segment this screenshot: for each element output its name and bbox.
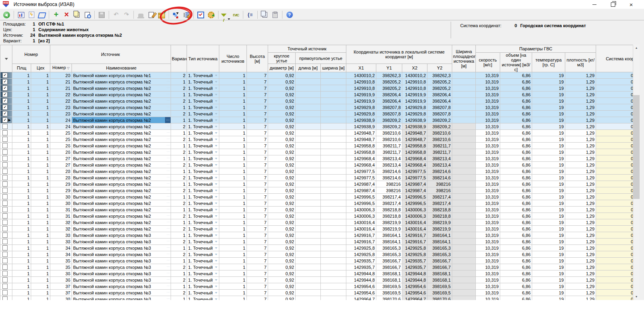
scroll-up-arrow[interactable]: ▲ bbox=[633, 45, 640, 51]
cell-width[interactable] bbox=[321, 111, 346, 117]
cell-volume[interactable]: 6,86 bbox=[500, 226, 532, 232]
cell-name[interactable]: Вытяжной камин корпуса откорма №3 bbox=[72, 270, 171, 277]
row-selector-cell[interactable] bbox=[0, 194, 12, 200]
cell-length[interactable] bbox=[296, 72, 321, 79]
cell-y1[interactable]: 398170,6 bbox=[376, 296, 402, 300]
table-row[interactable]: 1137Вытяжной камин корпуса откорма №311.… bbox=[0, 283, 633, 290]
cell-width[interactable] bbox=[321, 136, 346, 143]
cell-count[interactable]: 1 bbox=[219, 296, 247, 300]
cell-num[interactable]: 29 bbox=[50, 181, 72, 187]
cell-num[interactable]: 28 bbox=[50, 175, 72, 181]
cell-y1[interactable]: 398210,6 bbox=[376, 136, 402, 143]
cell-area-width[interactable] bbox=[452, 200, 476, 207]
cell-y2[interactable]: 398209,2 bbox=[427, 123, 452, 130]
cell-area-width[interactable] bbox=[452, 130, 476, 136]
cell-variant[interactable]: 2 bbox=[171, 72, 187, 79]
cell-y2[interactable]: 398165,3 bbox=[427, 251, 452, 258]
header-gvs-group[interactable]: Параметры ГВС bbox=[476, 45, 596, 53]
cell-x1[interactable]: 1429935,7 bbox=[346, 264, 376, 270]
cell-temp[interactable]: 19 bbox=[532, 264, 565, 270]
cell-name[interactable]: Вытяжной камин корпуса откорма №3 bbox=[72, 232, 171, 239]
row-selector-cell[interactable] bbox=[0, 290, 12, 296]
check-button[interactable] bbox=[196, 10, 206, 20]
table-row[interactable]: ✓1122Вытяжной камин корпуса откорма №211… bbox=[0, 91, 633, 98]
row-checkbox[interactable] bbox=[2, 290, 8, 295]
cell-length[interactable] bbox=[296, 162, 321, 168]
cell-density[interactable]: 1,29 bbox=[565, 258, 596, 264]
row-checkbox[interactable] bbox=[2, 252, 8, 257]
cell-area-width[interactable] bbox=[452, 264, 476, 270]
cell-ceh[interactable]: 1 bbox=[31, 245, 50, 251]
cell-variant[interactable]: 2 bbox=[171, 85, 187, 91]
cell-ceh[interactable]: 1 bbox=[31, 187, 50, 194]
cell-diameter[interactable]: 0,92 bbox=[268, 194, 296, 200]
cell-count[interactable]: 1 bbox=[219, 226, 247, 232]
cell-x2[interactable]: 1430006,3 bbox=[402, 213, 427, 219]
cell-num[interactable]: 20 bbox=[50, 72, 72, 79]
cell-name[interactable]: Вытяжной камин корпуса откорма №3 bbox=[72, 245, 171, 251]
row-checkbox[interactable] bbox=[2, 181, 8, 187]
cell-y2[interactable]: 398211,7 bbox=[427, 149, 452, 155]
cell-x1[interactable]: 1429968,4 bbox=[346, 155, 376, 162]
cell-area-width[interactable] bbox=[452, 162, 476, 168]
cell-plsch[interactable]: 1 bbox=[12, 219, 31, 226]
cell-temp[interactable]: 19 bbox=[532, 245, 565, 251]
cell-type[interactable]: 1. Точечный bbox=[187, 258, 219, 264]
cell-type[interactable]: 1. Точечный bbox=[187, 296, 219, 300]
cell-x1[interactable]: 1429996,5 bbox=[346, 194, 376, 200]
header-ceh[interactable]: Цех bbox=[31, 64, 50, 72]
cell-area-width[interactable] bbox=[452, 296, 476, 300]
cell-variant[interactable]: 1 bbox=[171, 258, 187, 264]
cell-plsch[interactable]: 1 bbox=[12, 136, 31, 143]
cell-x1[interactable]: 1429944,8 bbox=[346, 270, 376, 277]
cell-density[interactable]: 1,29 bbox=[565, 194, 596, 200]
row-checkbox[interactable]: ✓ bbox=[2, 79, 8, 84]
cell-ceh[interactable]: 1 bbox=[31, 213, 50, 219]
cell-y2[interactable]: 398214,6 bbox=[427, 168, 452, 175]
cell-plsch[interactable]: 1 bbox=[12, 130, 31, 136]
cell-type[interactable]: 1. Точечный bbox=[187, 290, 219, 296]
cell-length[interactable] bbox=[296, 98, 321, 104]
cell-diameter[interactable]: 0,92 bbox=[268, 104, 296, 111]
cell-syscoord[interactable]: 0 Городская система координат bbox=[596, 149, 633, 155]
cell-ceh[interactable]: 1 bbox=[31, 207, 50, 213]
cell-volume[interactable]: 6,86 bbox=[500, 245, 532, 251]
close-button[interactable]: × bbox=[626, 0, 637, 9]
cell-y1[interactable]: 398164,1 bbox=[376, 239, 402, 245]
cell-count[interactable]: 1 bbox=[219, 200, 247, 207]
cell-speed[interactable]: 10,319 bbox=[476, 123, 500, 130]
cell-x1[interactable]: 1429977,5 bbox=[346, 175, 376, 181]
cell-speed[interactable]: 10,319 bbox=[476, 226, 500, 232]
cell-density[interactable]: 1,29 bbox=[565, 283, 596, 290]
cell-temp[interactable]: 19 bbox=[532, 136, 565, 143]
cell-y1[interactable]: 398219,9 bbox=[376, 219, 402, 226]
cell-area-width[interactable] bbox=[452, 219, 476, 226]
cell-plsch[interactable]: 1 bbox=[12, 245, 31, 251]
cell-x2[interactable]: 1429958,8 bbox=[402, 149, 427, 155]
cell-ceh[interactable]: 1 bbox=[31, 226, 50, 232]
cell-area-width[interactable] bbox=[452, 187, 476, 194]
row-checkbox[interactable] bbox=[2, 149, 8, 155]
cell-area-width[interactable] bbox=[452, 232, 476, 239]
row-checkbox[interactable] bbox=[2, 207, 8, 212]
cell-diameter[interactable]: 0,92 bbox=[268, 123, 296, 130]
cell-x1[interactable]: 1429958,8 bbox=[346, 149, 376, 155]
cell-diameter[interactable]: 0,92 bbox=[268, 213, 296, 219]
row-checkbox[interactable] bbox=[2, 239, 8, 244]
cell-ceh[interactable]: 1 bbox=[31, 175, 50, 181]
cell-length[interactable] bbox=[296, 239, 321, 245]
header-x2[interactable]: X2 bbox=[402, 64, 427, 72]
cell-temp[interactable]: 19 bbox=[532, 277, 565, 283]
table-row[interactable]: 1130Вытяжной камин корпуса откорма №221.… bbox=[0, 200, 633, 207]
cell-temp[interactable]: 19 bbox=[532, 187, 565, 194]
cell-volume[interactable]: 6,86 bbox=[500, 123, 532, 130]
cell-diameter[interactable]: 0,92 bbox=[268, 79, 296, 85]
row-selector-cell[interactable]: ✓ bbox=[0, 98, 12, 104]
cell-num[interactable]: 30 bbox=[50, 194, 72, 200]
cell-variant[interactable]: 2 bbox=[171, 162, 187, 168]
cell-y1[interactable]: 398213,4 bbox=[376, 155, 402, 162]
cell-num[interactable]: 21 bbox=[50, 85, 72, 91]
cell-temp[interactable]: 19 bbox=[532, 168, 565, 175]
gis-button[interactable] bbox=[231, 10, 241, 20]
cell-width[interactable] bbox=[321, 168, 346, 175]
